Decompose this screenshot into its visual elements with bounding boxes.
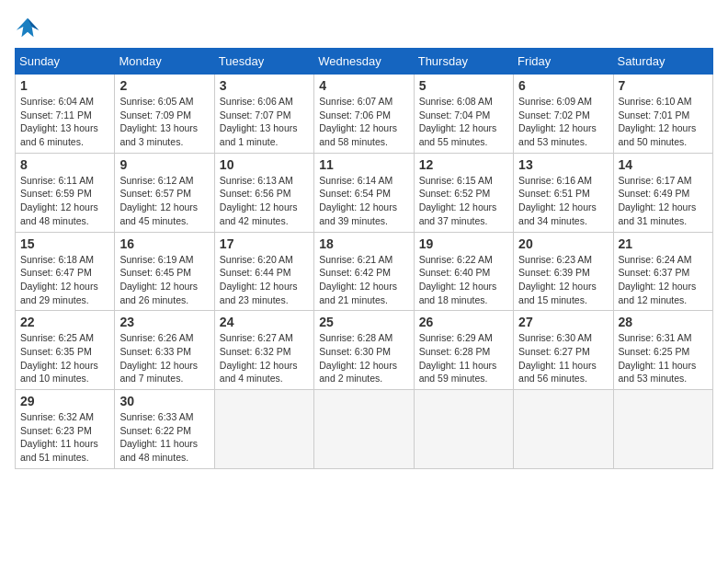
day-info: Sunrise: 6:23 AM Sunset: 6:39 PM Dayligh…: [518, 253, 608, 307]
day-info: Sunrise: 6:21 AM Sunset: 6:42 PM Dayligh…: [319, 253, 408, 307]
calendar-week-row: 8Sunrise: 6:11 AM Sunset: 6:59 PM Daylig…: [16, 153, 713, 232]
table-row: 9Sunrise: 6:12 AM Sunset: 6:57 PM Daylig…: [115, 153, 214, 232]
table-row: 16Sunrise: 6:19 AM Sunset: 6:45 PM Dayli…: [115, 232, 214, 311]
day-number: 12: [419, 157, 508, 172]
day-number: 3: [220, 78, 309, 93]
day-info: Sunrise: 6:32 AM Sunset: 6:23 PM Dayligh…: [20, 410, 109, 465]
table-row: 29Sunrise: 6:32 AM Sunset: 6:23 PM Dayli…: [16, 390, 115, 469]
table-row: 28Sunrise: 6:31 AM Sunset: 6:25 PM Dayli…: [613, 311, 712, 390]
weekday-header: Monday: [115, 49, 214, 75]
table-row: 2Sunrise: 6:05 AM Sunset: 7:09 PM Daylig…: [115, 75, 214, 154]
day-number: 21: [619, 236, 708, 251]
table-row: 7Sunrise: 6:10 AM Sunset: 7:01 PM Daylig…: [613, 75, 712, 154]
table-row: [613, 390, 712, 469]
table-row: 1Sunrise: 6:04 AM Sunset: 7:11 PM Daylig…: [16, 75, 115, 154]
table-row: 6Sunrise: 6:09 AM Sunset: 7:02 PM Daylig…: [514, 75, 613, 154]
table-row: 25Sunrise: 6:28 AM Sunset: 6:30 PM Dayli…: [314, 311, 414, 390]
day-info: Sunrise: 6:12 AM Sunset: 6:57 PM Dayligh…: [119, 174, 209, 228]
calendar: SundayMondayTuesdayWednesdayThursdayFrid…: [15, 48, 713, 469]
day-number: 30: [119, 394, 209, 408]
weekday-header: Sunday: [16, 49, 115, 75]
table-row: 12Sunrise: 6:15 AM Sunset: 6:52 PM Dayli…: [414, 153, 513, 232]
day-number: 11: [319, 157, 408, 172]
day-info: Sunrise: 6:27 AM Sunset: 6:32 PM Dayligh…: [220, 331, 309, 385]
table-row: 5Sunrise: 6:08 AM Sunset: 7:04 PM Daylig…: [414, 75, 513, 154]
day-number: 10: [220, 157, 309, 172]
calendar-week-row: 22Sunrise: 6:25 AM Sunset: 6:35 PM Dayli…: [16, 311, 713, 390]
day-number: 26: [419, 315, 508, 329]
table-row: 8Sunrise: 6:11 AM Sunset: 6:59 PM Daylig…: [16, 153, 115, 232]
day-info: Sunrise: 6:30 AM Sunset: 6:27 PM Dayligh…: [518, 331, 608, 385]
day-number: 2: [119, 78, 209, 93]
day-info: Sunrise: 6:08 AM Sunset: 7:04 PM Dayligh…: [419, 95, 508, 149]
calendar-week-row: 29Sunrise: 6:32 AM Sunset: 6:23 PM Dayli…: [16, 390, 713, 469]
logo: [15, 15, 44, 40]
day-info: Sunrise: 6:31 AM Sunset: 6:25 PM Dayligh…: [619, 331, 708, 385]
table-row: 17Sunrise: 6:20 AM Sunset: 6:44 PM Dayli…: [214, 232, 313, 311]
weekday-header-row: SundayMondayTuesdayWednesdayThursdayFrid…: [16, 49, 713, 75]
header: [15, 15, 713, 40]
table-row: [514, 390, 613, 469]
table-row: 26Sunrise: 6:29 AM Sunset: 6:28 PM Dayli…: [414, 311, 513, 390]
day-info: Sunrise: 6:04 AM Sunset: 7:11 PM Dayligh…: [20, 95, 109, 149]
day-info: Sunrise: 6:17 AM Sunset: 6:49 PM Dayligh…: [619, 174, 708, 228]
day-info: Sunrise: 6:11 AM Sunset: 6:59 PM Dayligh…: [20, 174, 109, 228]
day-number: 16: [119, 236, 209, 251]
day-info: Sunrise: 6:24 AM Sunset: 6:37 PM Dayligh…: [619, 253, 708, 307]
table-row: 19Sunrise: 6:22 AM Sunset: 6:40 PM Dayli…: [414, 232, 513, 311]
day-info: Sunrise: 6:10 AM Sunset: 7:01 PM Dayligh…: [619, 95, 708, 149]
table-row: 15Sunrise: 6:18 AM Sunset: 6:47 PM Dayli…: [16, 232, 115, 311]
day-number: 8: [20, 157, 109, 172]
day-info: Sunrise: 6:28 AM Sunset: 6:30 PM Dayligh…: [319, 331, 408, 385]
table-row: 30Sunrise: 6:33 AM Sunset: 6:22 PM Dayli…: [115, 390, 214, 469]
day-number: 28: [619, 315, 708, 329]
table-row: 14Sunrise: 6:17 AM Sunset: 6:49 PM Dayli…: [613, 153, 712, 232]
table-row: [214, 390, 313, 469]
day-number: 1: [20, 78, 109, 93]
table-row: 3Sunrise: 6:06 AM Sunset: 7:07 PM Daylig…: [214, 75, 313, 154]
day-number: 24: [220, 315, 309, 329]
day-info: Sunrise: 6:05 AM Sunset: 7:09 PM Dayligh…: [119, 95, 209, 149]
day-number: 4: [319, 78, 408, 93]
calendar-week-row: 15Sunrise: 6:18 AM Sunset: 6:47 PM Dayli…: [16, 232, 713, 311]
day-info: Sunrise: 6:06 AM Sunset: 7:07 PM Dayligh…: [220, 95, 309, 149]
day-number: 6: [518, 78, 608, 93]
day-info: Sunrise: 6:18 AM Sunset: 6:47 PM Dayligh…: [20, 253, 109, 307]
table-row: 20Sunrise: 6:23 AM Sunset: 6:39 PM Dayli…: [514, 232, 613, 311]
day-number: 15: [20, 236, 109, 251]
day-number: 22: [20, 315, 109, 329]
weekday-header: Thursday: [414, 49, 513, 75]
table-row: [414, 390, 513, 469]
table-row: 18Sunrise: 6:21 AM Sunset: 6:42 PM Dayli…: [314, 232, 414, 311]
table-row: 10Sunrise: 6:13 AM Sunset: 6:56 PM Dayli…: [214, 153, 313, 232]
day-info: Sunrise: 6:26 AM Sunset: 6:33 PM Dayligh…: [119, 331, 209, 385]
day-number: 20: [518, 236, 608, 251]
day-number: 5: [419, 78, 508, 93]
table-row: 13Sunrise: 6:16 AM Sunset: 6:51 PM Dayli…: [514, 153, 613, 232]
table-row: [314, 390, 414, 469]
day-info: Sunrise: 6:14 AM Sunset: 6:54 PM Dayligh…: [319, 174, 408, 228]
day-info: Sunrise: 6:20 AM Sunset: 6:44 PM Dayligh…: [220, 253, 309, 307]
day-number: 13: [518, 157, 608, 172]
table-row: 21Sunrise: 6:24 AM Sunset: 6:37 PM Dayli…: [613, 232, 712, 311]
day-number: 19: [419, 236, 508, 251]
day-info: Sunrise: 6:09 AM Sunset: 7:02 PM Dayligh…: [518, 95, 608, 149]
weekday-header: Wednesday: [314, 49, 414, 75]
day-info: Sunrise: 6:25 AM Sunset: 6:35 PM Dayligh…: [20, 331, 109, 385]
day-number: 7: [619, 78, 708, 93]
day-info: Sunrise: 6:07 AM Sunset: 7:06 PM Dayligh…: [319, 95, 408, 149]
table-row: 4Sunrise: 6:07 AM Sunset: 7:06 PM Daylig…: [314, 75, 414, 154]
weekday-header: Friday: [514, 49, 613, 75]
day-number: 17: [220, 236, 309, 251]
day-number: 25: [319, 315, 408, 329]
logo-bird-icon: [15, 15, 40, 40]
day-number: 27: [518, 315, 608, 329]
day-number: 23: [119, 315, 209, 329]
day-info: Sunrise: 6:16 AM Sunset: 6:51 PM Dayligh…: [518, 174, 608, 228]
table-row: 23Sunrise: 6:26 AM Sunset: 6:33 PM Dayli…: [115, 311, 214, 390]
day-info: Sunrise: 6:13 AM Sunset: 6:56 PM Dayligh…: [220, 174, 309, 228]
calendar-week-row: 1Sunrise: 6:04 AM Sunset: 7:11 PM Daylig…: [16, 75, 713, 154]
day-info: Sunrise: 6:19 AM Sunset: 6:45 PM Dayligh…: [119, 253, 209, 307]
table-row: 11Sunrise: 6:14 AM Sunset: 6:54 PM Dayli…: [314, 153, 414, 232]
table-row: 27Sunrise: 6:30 AM Sunset: 6:27 PM Dayli…: [514, 311, 613, 390]
